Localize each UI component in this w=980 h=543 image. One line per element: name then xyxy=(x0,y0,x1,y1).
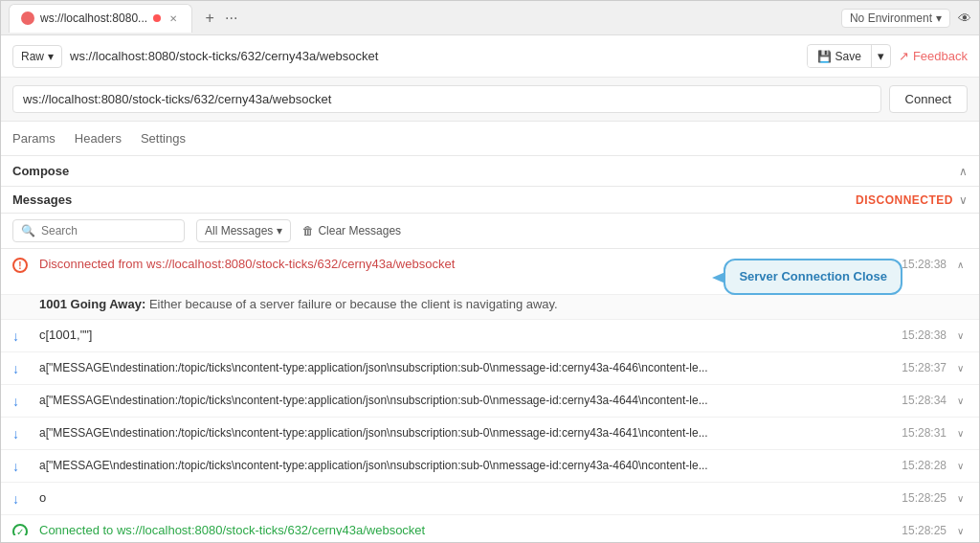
tab-settings[interactable]: Settings xyxy=(141,124,186,153)
message-time: 15:28:28 xyxy=(902,459,947,472)
no-env-label: No Environment xyxy=(850,11,932,25)
success-icon: ✓ xyxy=(12,524,32,535)
search-input[interactable] xyxy=(41,224,166,238)
expand-button[interactable]: ∨ xyxy=(952,523,968,535)
message-row: ↓ o 15:28:25 ∨ xyxy=(1,483,979,515)
message-time: 15:28:34 xyxy=(902,394,947,407)
no-environment-dropdown[interactable]: No Environment ▾ xyxy=(841,9,950,28)
message-row: ! Disconnected from ws://localhost:8080/… xyxy=(1,249,979,295)
error-sub-text: Either because of a server failure or be… xyxy=(149,297,558,311)
connect-button[interactable]: Connect xyxy=(889,85,968,113)
filter-label: All Messages xyxy=(205,224,273,238)
filter-arrow-icon: ▾ xyxy=(277,224,282,238)
expand-button[interactable]: ∨ xyxy=(952,425,968,441)
message-text: Disconnected from ws://localhost:8080/st… xyxy=(39,257,455,271)
message-row: ✓ Connected to ws://localhost:8080/stock… xyxy=(1,515,979,535)
save-button[interactable]: 💾 Save xyxy=(808,46,871,67)
raw-dropdown-button[interactable]: Raw ▾ xyxy=(12,45,62,68)
message-row: ↓ a["MESSAGE\ndestination:/topic/ticks\n… xyxy=(1,352,979,385)
tab-more-button[interactable]: ··· xyxy=(225,10,237,27)
message-text: a["MESSAGE\ndestination:/topic/ticks\nco… xyxy=(39,394,708,407)
clear-messages-button[interactable]: 🗑 Clear Messages xyxy=(302,224,401,238)
message-text: o xyxy=(39,490,46,505)
message-time: 15:28:25 xyxy=(902,491,947,505)
message-row: ↓ a["MESSAGE\ndestination:/topic/ticks\n… xyxy=(1,418,979,450)
messages-toolbar: 🔍 All Messages ▾ 🗑 Clear Messages xyxy=(1,214,979,249)
env-chevron-icon: ▾ xyxy=(936,11,942,25)
messages-chevron-icon[interactable]: ∨ xyxy=(959,193,968,207)
feedback-button[interactable]: ↗ Feedback xyxy=(899,49,968,63)
expand-button[interactable]: ∧ xyxy=(952,257,968,272)
raw-label: Raw xyxy=(21,50,44,63)
error-icon: ! xyxy=(12,258,32,273)
raw-arrow-icon: ▾ xyxy=(48,50,54,63)
tab-params[interactable]: Params xyxy=(12,124,56,153)
expand-button[interactable]: ∨ xyxy=(952,458,968,473)
message-time: 15:28:37 xyxy=(902,361,947,374)
message-row: ↓ a["MESSAGE\ndestination:/topic/ticks\n… xyxy=(1,450,979,483)
incoming-icon: ↓ xyxy=(12,328,32,344)
browser-tab[interactable]: ws://localhost:8080... ✕ xyxy=(9,4,192,33)
expand-button[interactable]: ∨ xyxy=(952,360,968,375)
expand-button[interactable]: ∨ xyxy=(952,393,968,408)
message-row: ↓ c[1001,""] 15:28:38 ∨ xyxy=(1,320,979,352)
incoming-icon: ↓ xyxy=(12,361,32,376)
compose-section: Compose ∧ xyxy=(1,156,979,187)
incoming-icon: ↓ xyxy=(12,394,32,409)
message-time: 15:28:25 xyxy=(902,524,947,535)
trash-icon: 🗑 xyxy=(302,224,314,238)
message-row: 1001 Going Away: Either because of a ser… xyxy=(1,295,979,320)
nav-tabs: Params Headers Settings xyxy=(1,122,979,156)
message-text: a["MESSAGE\ndestination:/topic/ticks\nco… xyxy=(39,361,708,374)
incoming-icon: ↓ xyxy=(12,426,32,441)
tab-modified-dot xyxy=(153,14,161,22)
tab-bar-right: No Environment ▾ 👁 xyxy=(841,9,971,28)
websocket-url-input[interactable] xyxy=(12,85,881,113)
save-arrow-button[interactable]: ▾ xyxy=(871,45,890,67)
save-icon: 💾 xyxy=(817,50,832,63)
tab-headers[interactable]: Headers xyxy=(75,124,122,153)
toolbar-url: ws://localhost:8080/stock-ticks/632/cern… xyxy=(70,49,799,63)
browser-tab-bar: ws://localhost:8080... ✕ + ··· No Enviro… xyxy=(1,1,979,35)
callout-text: Server Connection Close xyxy=(739,269,887,283)
toolbar: Raw ▾ ws://localhost:8080/stock-ticks/63… xyxy=(1,35,979,78)
compose-chevron-icon[interactable]: ∧ xyxy=(959,165,968,178)
message-time: 15:28:38 xyxy=(902,258,947,271)
tab-close-button[interactable]: ✕ xyxy=(167,11,180,25)
message-time: 15:28:31 xyxy=(902,426,947,440)
url-bar: Connect xyxy=(1,78,979,122)
error-sub-label: 1001 Going Away: xyxy=(39,297,145,311)
feedback-arrow-icon: ↗ xyxy=(899,49,909,63)
clear-label: Clear Messages xyxy=(318,224,401,238)
message-time: 15:28:38 xyxy=(902,328,947,342)
eye-icon[interactable]: 👁 xyxy=(958,11,971,26)
message-row: ↓ a["MESSAGE\ndestination:/topic/ticks\n… xyxy=(1,385,979,418)
messages-label: Messages xyxy=(12,192,72,207)
message-list: ! Disconnected from ws://localhost:8080/… xyxy=(1,249,979,535)
search-icon: 🔍 xyxy=(21,224,35,238)
callout-bubble: Server Connection Close xyxy=(724,259,902,295)
save-label: Save xyxy=(835,50,861,63)
new-tab-button[interactable]: + xyxy=(198,7,221,30)
incoming-icon: ↓ xyxy=(12,491,32,507)
message-text: c[1001,""] xyxy=(39,328,93,342)
all-messages-filter[interactable]: All Messages ▾ xyxy=(196,219,291,242)
expand-button[interactable]: ∨ xyxy=(952,328,968,343)
message-text: a["MESSAGE\ndestination:/topic/ticks\nco… xyxy=(39,426,708,440)
incoming-icon: ↓ xyxy=(12,459,32,474)
message-text: a["MESSAGE\ndestination:/topic/ticks\nco… xyxy=(39,459,708,472)
expand-button[interactable]: ∨ xyxy=(952,490,968,506)
tab-favicon xyxy=(21,11,34,25)
messages-header: Messages DISCONNECTED ∨ xyxy=(1,187,979,214)
tab-title: ws://localhost:8080... xyxy=(40,11,147,25)
search-box: 🔍 xyxy=(12,219,185,242)
feedback-label: Feedback xyxy=(913,49,968,63)
disconnected-badge: DISCONNECTED xyxy=(856,193,953,207)
message-text: Connected to ws://localhost:8080/stock-t… xyxy=(39,523,425,535)
compose-label: Compose xyxy=(12,164,69,178)
